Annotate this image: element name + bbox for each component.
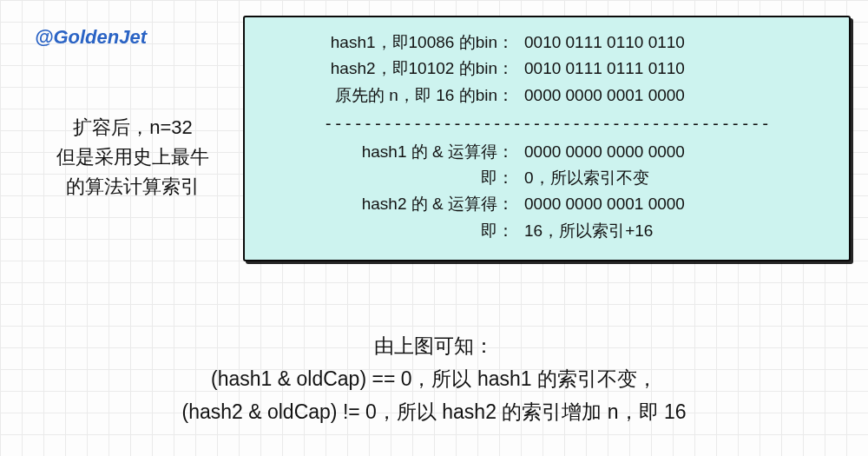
box-row: hash1，即10086 的bin： 0010 0111 0110 0110 [262, 30, 832, 56]
box-row: hash2，即10102 的bin： 0010 0111 0111 0110 [262, 56, 832, 82]
row-value: 0，所以索引不变 [514, 165, 832, 191]
divider-dashes: ----------------------------------------… [262, 110, 832, 136]
row-label: 即： [262, 218, 514, 244]
left-line-1: 扩容后，n=32 [24, 113, 241, 142]
row-value: 0010 0111 0111 0110 [514, 56, 832, 82]
left-explainer: 扩容后，n=32 但是采用史上最牛 的算法计算索引 [24, 113, 241, 202]
row-label: hash2，即10102 的bin： [262, 56, 514, 82]
box-row: hash2 的 & 运算得： 0000 0000 0001 0000 [262, 191, 832, 217]
row-value: 0000 0000 0000 0000 [514, 139, 832, 165]
row-label: 原先的 n，即 16 的bin： [262, 83, 514, 109]
watermark-text: @GoldenJet [35, 26, 147, 49]
bottom-line-2: (hash1 & oldCap) == 0，所以 hash1 的索引不变， [0, 363, 868, 396]
bottom-line-1: 由上图可知： [0, 330, 868, 363]
box-row: 原先的 n，即 16 的bin： 0000 0000 0001 0000 [262, 83, 832, 109]
bottom-conclusion: 由上图可知： (hash1 & oldCap) == 0，所以 hash1 的索… [0, 330, 868, 429]
row-value: 16，所以索引+16 [514, 218, 832, 244]
box-row: 即： 16，所以索引+16 [262, 218, 832, 244]
box-row: 即： 0，所以索引不变 [262, 165, 832, 191]
row-value: 0010 0111 0110 0110 [514, 30, 832, 56]
row-value: 0000 0000 0001 0000 [514, 83, 832, 109]
left-line-2: 但是采用史上最牛 [24, 142, 241, 172]
row-label: hash2 的 & 运算得： [262, 191, 514, 217]
binary-computation-box: hash1，即10086 的bin： 0010 0111 0110 0110 h… [243, 16, 851, 261]
row-label: hash1，即10086 的bin： [262, 30, 514, 56]
left-line-3: 的算法计算索引 [24, 172, 241, 202]
row-label: 即： [262, 165, 514, 191]
row-label: hash1 的 & 运算得： [262, 139, 514, 165]
row-value: 0000 0000 0001 0000 [514, 191, 832, 217]
bottom-line-3: (hash2 & oldCap) != 0，所以 hash2 的索引增加 n，即… [0, 396, 868, 429]
box-row: hash1 的 & 运算得： 0000 0000 0000 0000 [262, 139, 832, 165]
